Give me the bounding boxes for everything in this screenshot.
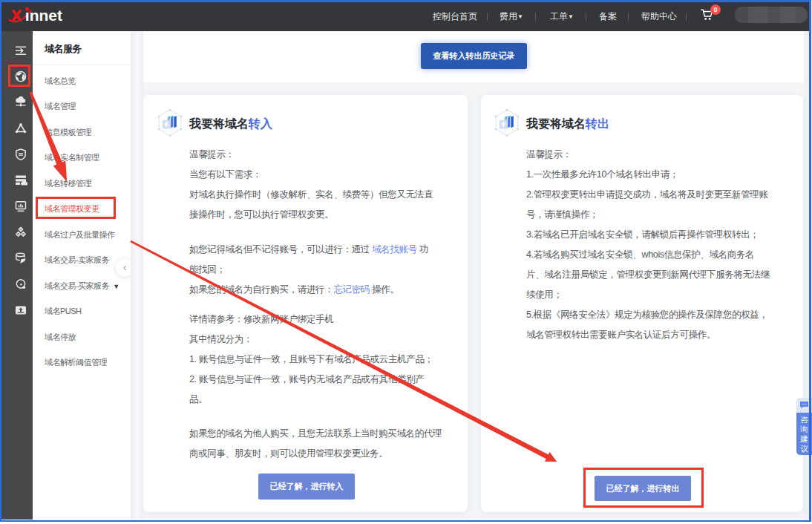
svg-text:ınnet: ınnet: [25, 7, 62, 24]
